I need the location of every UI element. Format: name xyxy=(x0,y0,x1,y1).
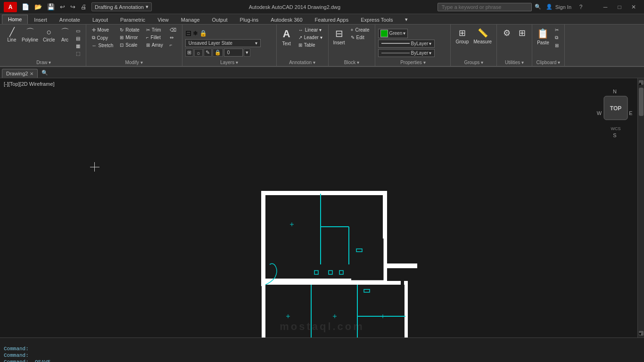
search-icon[interactable]: 🔍 xyxy=(535,4,541,10)
layer-tool3[interactable]: ✎ xyxy=(204,49,212,57)
drawing2-tab[interactable]: Drawing2 ✕ xyxy=(2,69,38,78)
rectangle-button[interactable]: ▭ xyxy=(73,27,83,34)
array-button[interactable]: ⊞ Array xyxy=(143,41,166,49)
gradient-button[interactable]: ▦ xyxy=(73,42,83,49)
redo-button[interactable]: ↪ xyxy=(68,2,77,11)
block-expand-icon[interactable]: ▾ xyxy=(357,60,359,65)
help-button[interactable]: ? xyxy=(574,2,587,12)
maximize-button[interactable]: □ xyxy=(613,2,626,12)
utilities-button1[interactable]: ⚙ xyxy=(500,26,514,40)
tab-insert[interactable]: Insert xyxy=(28,15,53,24)
block-group-label[interactable]: Block ▾ xyxy=(331,60,372,66)
layers-group-label[interactable]: Layers ▾ xyxy=(185,60,273,66)
tab-view[interactable]: View xyxy=(151,15,175,24)
modify-group-label[interactable]: Modify ▾ xyxy=(89,60,179,66)
user-icon[interactable]: 👤 xyxy=(546,4,553,10)
close-button[interactable]: ✕ xyxy=(627,2,640,12)
layer-dropdown[interactable]: Unsaved Layer State ▾ xyxy=(185,39,261,47)
undo-button[interactable]: ↩ xyxy=(58,2,67,11)
leader-button[interactable]: ↗ Leader ▾ xyxy=(296,34,325,41)
scroll-thumb[interactable] xyxy=(639,88,644,116)
edit-block-button[interactable]: ✎ Edit xyxy=(348,34,372,41)
chamfer-button[interactable]: ⌐ xyxy=(167,41,179,49)
workspace-dropdown[interactable]: Drafting & Annotation ▾ xyxy=(91,2,152,11)
line-button[interactable]: ╱ Line xyxy=(5,26,19,44)
layer-tool2[interactable]: ☼ xyxy=(194,49,203,57)
open-button[interactable]: 📂 xyxy=(33,2,44,11)
draw-expand-icon[interactable]: ▾ xyxy=(49,60,51,65)
canvas-area[interactable]: [-][Top][2D Wireframe] xyxy=(0,78,644,337)
viewcube[interactable]: N S W E TOP WCS xyxy=(597,88,635,144)
offset-button[interactable]: ⇔ xyxy=(167,34,179,41)
groups-group-label[interactable]: Groups ▾ xyxy=(454,60,494,66)
drawing2-close[interactable]: ✕ xyxy=(30,71,33,76)
scroll-down-button[interactable]: ▾ xyxy=(639,331,644,336)
rotate-button[interactable]: ↻ Rotate xyxy=(117,26,142,33)
layer-freeze-icon[interactable]: ❄ xyxy=(193,30,198,37)
properties-group-label[interactable]: Properties ▾ xyxy=(378,60,447,66)
paste-button[interactable]: 📋 Paste xyxy=(535,26,551,47)
circle-button[interactable]: ○ Circle xyxy=(41,26,57,44)
utilities-button2[interactable]: ⊞ xyxy=(515,26,529,40)
layer-tool1[interactable]: ⊞ xyxy=(185,49,193,57)
hatch-button[interactable]: ▤ xyxy=(73,35,83,42)
polyline-button[interactable]: ⌒ Polyline xyxy=(20,26,40,44)
color-dropdown[interactable]: Green ▾ xyxy=(378,29,408,38)
trim-button[interactable]: ✂ Trim xyxy=(143,26,166,33)
move-button[interactable]: ✛ Move xyxy=(89,26,116,33)
clipboard-expand-icon[interactable]: ▾ xyxy=(558,60,560,65)
layer-lock-icon[interactable]: 🔒 xyxy=(199,30,207,37)
arc-button[interactable]: ⌒ Arc xyxy=(58,26,72,44)
layer-num-input[interactable]: 0 xyxy=(224,49,243,57)
modify-expand-icon[interactable]: ▾ xyxy=(140,60,143,65)
insert-button[interactable]: ⊟ Insert xyxy=(331,26,347,47)
mirror-button[interactable]: ⊞ Mirror xyxy=(117,34,142,41)
tab-featured-apps[interactable]: Featured Apps xyxy=(309,15,355,24)
draw-group-label[interactable]: Draw ▾ xyxy=(5,60,83,66)
tab-express-tools[interactable]: Express Tools xyxy=(355,15,399,24)
print-button[interactable]: 🖨 xyxy=(79,2,89,11)
drawing-tab-search[interactable]: 🔍 xyxy=(38,68,52,78)
new-button[interactable]: 📄 xyxy=(20,2,31,11)
tab-annotate[interactable]: Annotate xyxy=(53,15,86,24)
layer-input-arrow[interactable]: ▾ xyxy=(244,49,250,57)
text-button[interactable]: A Text xyxy=(280,26,294,48)
tab-manage[interactable]: Manage xyxy=(175,15,206,24)
minimize-button[interactable]: ─ xyxy=(599,2,612,12)
tab-parametric[interactable]: Parametric xyxy=(114,15,151,24)
erase-button[interactable]: ⌫ xyxy=(167,26,179,33)
measure-button[interactable]: 📏 Measure xyxy=(471,26,494,46)
copy-button[interactable]: ⧉ Copy xyxy=(89,34,116,41)
drawing-canvas[interactable]: Y X xyxy=(0,78,644,337)
layer-tool4[interactable]: 🔒 xyxy=(213,49,223,57)
tab-plugins[interactable]: Plug-ins xyxy=(234,15,265,24)
copy-clip-button[interactable]: ⧉ xyxy=(552,34,561,41)
fillet-button[interactable]: ⌐ Fillet xyxy=(143,34,166,41)
tab-output[interactable]: Output xyxy=(206,15,234,24)
annotation-expand-icon[interactable]: ▾ xyxy=(313,60,315,65)
annotation-group-label[interactable]: Annotation ▾ xyxy=(280,60,325,66)
bylayer-btn2[interactable]: ByLayer ▾ xyxy=(378,49,435,57)
match-prop-button[interactable]: ⊞ xyxy=(552,42,561,49)
tab-more[interactable]: ▾ xyxy=(399,15,414,24)
vertical-scrollbar[interactable]: ▴ ▾ xyxy=(637,78,644,337)
scroll-up-button[interactable]: ▴ xyxy=(639,80,644,85)
groups-expand-icon[interactable]: ▾ xyxy=(481,60,483,65)
tab-autodesk360[interactable]: Autodesk 360 xyxy=(264,15,308,24)
boundary-button[interactable]: ⬚ xyxy=(73,50,83,57)
utilities-expand-icon[interactable]: ▾ xyxy=(521,60,524,65)
utilities-group-label[interactable]: Utilities ▾ xyxy=(500,60,529,66)
search-input[interactable] xyxy=(438,3,532,11)
properties-expand-icon[interactable]: ▾ xyxy=(423,60,426,65)
cut-button[interactable]: ✂ xyxy=(552,26,561,33)
linear-button[interactable]: ↔ Linear ▾ xyxy=(296,26,325,33)
layer-properties-icon[interactable]: ⊟ xyxy=(185,29,191,38)
tab-home[interactable]: Home xyxy=(2,15,28,24)
scale-button[interactable]: ⊡ Scale xyxy=(117,41,142,49)
tab-layout[interactable]: Layout xyxy=(86,15,114,24)
table-button[interactable]: ⊞ Table xyxy=(296,41,325,49)
save-button[interactable]: 💾 xyxy=(45,2,57,11)
clipboard-group-label[interactable]: Clipboard ▾ xyxy=(535,60,561,66)
create-button[interactable]: + Create xyxy=(348,26,372,33)
stretch-button[interactable]: ↔ Stretch xyxy=(89,42,116,49)
